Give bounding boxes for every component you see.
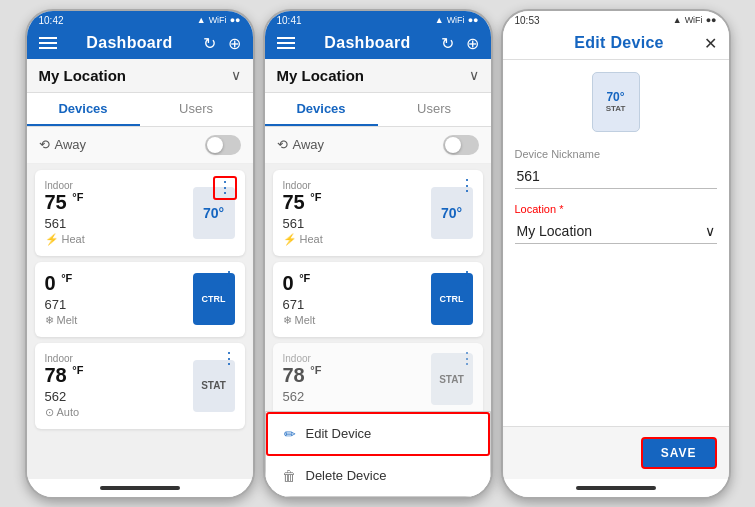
edit-icon: ✏	[284, 426, 296, 442]
app-header-3: Edit Device ✕	[503, 28, 729, 60]
time-2: 10:41	[277, 15, 302, 26]
device-info-1-2: 0 °F 671 ❄ Melt	[45, 272, 193, 327]
location-select-chevron: ∨	[705, 223, 715, 239]
app-title-2: Dashboard	[324, 34, 410, 52]
away-toggle-1[interactable]	[205, 135, 241, 155]
status-icons-1: ▲ WiFi ●●	[197, 15, 241, 25]
time-3: 10:53	[515, 15, 540, 26]
status-icons-2: ▲ WiFi ●●	[435, 15, 479, 25]
device-card-2-2: 0 °F 671 ❄ Melt CTRL ⋮	[273, 262, 483, 337]
header-icons-2: ↻ ⊕	[441, 34, 479, 53]
edit-device-label: Edit Device	[306, 426, 372, 441]
device-card-1-3: Indoor 78 °F 562 ⊙ Auto STAT ⋮	[35, 343, 245, 429]
three-dots-menu-1-3[interactable]: ⋮	[221, 349, 237, 368]
nickname-label: Device Nickname	[515, 148, 717, 160]
three-dots-menu-2-2[interactable]: ⋮	[459, 268, 475, 287]
location-chevron-1: ∨	[231, 67, 241, 83]
tab-users-1[interactable]: Users	[140, 93, 253, 126]
three-dots-menu-1-1[interactable]: ⋮	[213, 176, 237, 201]
edit-device-title: Edit Device	[574, 34, 664, 52]
device-info-2-3: Indoor 78 °F 562	[283, 353, 431, 406]
thermostat-preview: 70° STAT	[592, 72, 640, 132]
device-card-1-2: 0 °F 671 ❄ Melt CTRL ⋮	[35, 262, 245, 337]
device-card-1-1: Indoor 75 °F 561 ⚡ Heat 70° ⋮	[35, 170, 245, 256]
away-row-2: ⟲ Away	[265, 127, 491, 164]
time-1: 10:42	[39, 15, 64, 26]
app-title-1: Dashboard	[86, 34, 172, 52]
add-icon-1[interactable]: ⊕	[228, 34, 241, 53]
status-icons-3: ▲ WiFi ●●	[673, 15, 717, 25]
device-info-1-1: Indoor 75 °F 561 ⚡ Heat	[45, 180, 193, 246]
device-info-2-1: Indoor 75 °F 561 ⚡ Heat	[283, 180, 431, 246]
three-dots-menu-2-3[interactable]: ⋮	[459, 349, 475, 368]
tab-users-2[interactable]: Users	[378, 93, 491, 126]
header-icons-1: ↻ ⊕	[203, 34, 241, 53]
location-field: Location * My Location ∨	[515, 203, 717, 244]
away-label-2: ⟲ Away	[277, 137, 325, 152]
location-select[interactable]: My Location ∨	[515, 219, 717, 244]
nickname-field: Device Nickname	[515, 148, 717, 189]
away-row-1: ⟲ Away	[27, 127, 253, 164]
refresh-icon-1[interactable]: ↻	[203, 34, 216, 53]
location-bar-2[interactable]: My Location ∨	[265, 59, 491, 93]
phone-2: 10:41 ▲ WiFi ●● Dashboard ↻ ⊕ My Locatio…	[263, 9, 493, 499]
device-preview-3: 70° STAT	[515, 72, 717, 132]
status-bar-1: 10:42 ▲ WiFi ●●	[27, 11, 253, 28]
add-icon-2[interactable]: ⊕	[466, 34, 479, 53]
phone-1: 10:42 ▲ WiFi ●● Dashboard ↻ ⊕ My Locatio…	[25, 9, 255, 499]
edit-device-body: 70° STAT Device Nickname Location * My L…	[503, 60, 729, 426]
delete-device-item[interactable]: 🗑 Delete Device	[266, 456, 490, 496]
away-toggle-2[interactable]	[443, 135, 479, 155]
device-list-1: Indoor 75 °F 561 ⚡ Heat 70° ⋮ 0 °F 671 ❄…	[27, 164, 253, 479]
phone-3: 10:53 ▲ WiFi ●● Edit Device ✕ 70° STAT D…	[501, 9, 731, 499]
delete-icon: 🗑	[282, 468, 296, 484]
nickname-input[interactable]	[515, 164, 717, 189]
home-indicator-1	[27, 479, 253, 497]
device-info-1-3: Indoor 78 °F 562 ⊙ Auto	[45, 353, 193, 419]
context-menu-2: ✏ Edit Device 🗑 Delete Device	[265, 411, 491, 497]
status-bar-3: 10:53 ▲ WiFi ●●	[503, 11, 729, 28]
device-card-2-1: Indoor 75 °F 561 ⚡ Heat 70° ⋮	[273, 170, 483, 256]
device-card-2-3: Indoor 78 °F 562 STAT ⋮	[273, 343, 483, 416]
edit-footer-3: SAVE	[503, 426, 729, 479]
status-bar-2: 10:41 ▲ WiFi ●●	[265, 11, 491, 28]
save-button[interactable]: SAVE	[641, 437, 717, 469]
location-select-value: My Location	[517, 223, 592, 239]
location-name-1: My Location	[39, 67, 127, 84]
location-field-label: Location *	[515, 203, 717, 215]
tab-devices-2[interactable]: Devices	[265, 93, 378, 126]
menu-icon-2[interactable]	[277, 37, 295, 49]
three-dots-menu-2-1[interactable]: ⋮	[459, 176, 475, 195]
app-header-2: Dashboard ↻ ⊕	[265, 28, 491, 59]
location-name-2: My Location	[277, 67, 365, 84]
delete-device-label: Delete Device	[306, 468, 387, 483]
tabs-2: Devices Users	[265, 93, 491, 127]
three-dots-menu-1-2[interactable]: ⋮	[221, 268, 237, 287]
location-chevron-2: ∨	[469, 67, 479, 83]
edit-device-item[interactable]: ✏ Edit Device	[266, 412, 490, 456]
tabs-1: Devices Users	[27, 93, 253, 127]
close-icon-3[interactable]: ✕	[704, 34, 717, 53]
tab-devices-1[interactable]: Devices	[27, 93, 140, 126]
refresh-icon-2[interactable]: ↻	[441, 34, 454, 53]
device-info-2-2: 0 °F 671 ❄ Melt	[283, 272, 431, 327]
home-indicator-3	[503, 479, 729, 497]
away-label-1: ⟲ Away	[39, 137, 87, 152]
menu-icon-1[interactable]	[39, 37, 57, 49]
location-bar-1[interactable]: My Location ∨	[27, 59, 253, 93]
app-header-1: Dashboard ↻ ⊕	[27, 28, 253, 59]
